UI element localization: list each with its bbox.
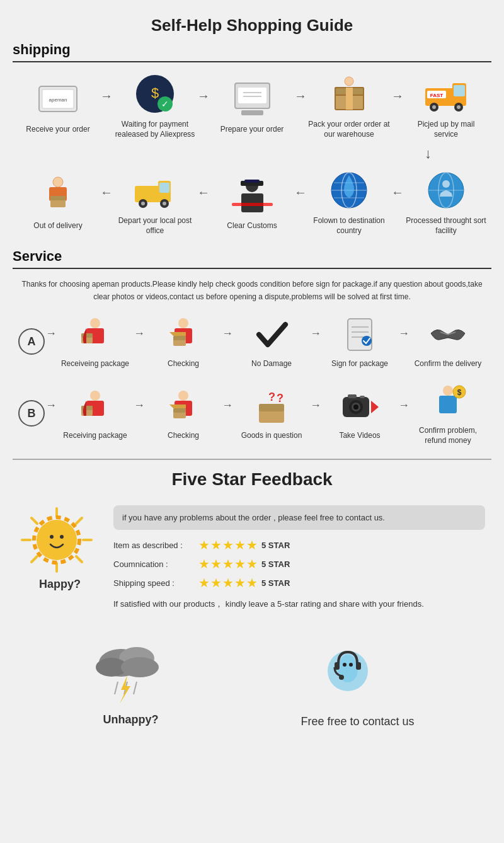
svg-text:✓: ✓ <box>161 99 169 109</box>
svg-point-82 <box>443 386 453 396</box>
svg-line-93 <box>32 556 37 562</box>
svg-point-49 <box>442 180 450 188</box>
flow-item-waiting-payment: $ ✓ Waiting for payment realeased by Ali… <box>114 72 196 139</box>
svg-rect-70 <box>173 408 186 413</box>
svg-point-78 <box>353 404 358 410</box>
service-item-receiving-b: Receiving package <box>57 386 133 441</box>
s-arrow-b1: → <box>134 399 145 412</box>
stars-0: ★★★★★ <box>198 537 258 553</box>
svg-point-35 <box>163 202 166 205</box>
main-title: Self-Help Shopping Guide <box>13 6 491 42</box>
contact-block: Free free to contact us <box>301 639 414 728</box>
letter-b: B <box>18 400 45 427</box>
s-arrow-b3: → <box>310 399 321 412</box>
svg-point-67 <box>178 391 188 401</box>
svg-point-97 <box>60 535 64 539</box>
prepare-order-icon <box>230 77 274 121</box>
svg-line-92 <box>76 518 82 524</box>
svg-point-15 <box>345 77 353 86</box>
svg-point-96 <box>50 535 54 539</box>
take-videos-icon <box>340 386 381 427</box>
stars-2: ★★★★★ <box>198 575 258 590</box>
svg-line-91 <box>76 556 82 562</box>
svg-point-25 <box>53 177 63 187</box>
depart-post-label: Depart your local post office <box>114 216 196 236</box>
svg-line-102 <box>115 682 118 694</box>
svg-marker-105 <box>120 675 130 704</box>
arrow-down: ↓ <box>13 146 491 162</box>
service-section: Service Thanks for choosing apeman produ… <box>13 248 491 445</box>
checking-b-icon <box>163 386 204 427</box>
service-item-checking-a: Checking <box>146 314 221 369</box>
contact-text: Free free to contact us <box>301 715 414 728</box>
arrow-l4: ← <box>391 185 404 200</box>
svg-rect-112 <box>356 662 361 670</box>
svg-text:apeman: apeman <box>49 97 67 103</box>
service-title: Service <box>13 248 491 269</box>
rating-value-2: 5 STAR <box>261 578 290 588</box>
svg-rect-83 <box>439 396 457 413</box>
receiving-a-label: Receiveing package <box>61 359 129 369</box>
receiving-b-icon <box>75 386 116 427</box>
arrow-l2: ← <box>197 185 210 200</box>
receiving-a-icon <box>75 314 116 355</box>
flow-item-prepare-order: Prepare your order <box>211 77 293 135</box>
service-item-take-videos: Take Videos <box>322 386 398 441</box>
star-bubble: if you have any problems about the order… <box>113 505 485 530</box>
no-damage-label: No Damage <box>251 359 292 369</box>
service-item-confirm-problem: $ Confirm problem, refund money <box>410 381 486 445</box>
star-section: Happy? if you have any problems about th… <box>13 496 491 621</box>
pack-order-label: Pack your order order at our warehouse <box>308 120 390 139</box>
processed-label: Processed throught sort facility <box>405 216 487 236</box>
svg-rect-80 <box>360 396 365 398</box>
feedback-section: Five Star Feedback <box>13 459 491 735</box>
receive-order-icon: apeman <box>36 77 80 121</box>
feedback-title: Five Star Feedback <box>13 459 491 496</box>
clear-customs-label: Clear Customs <box>227 221 277 231</box>
service-item-no-damage: No Damage <box>234 314 309 369</box>
s-arrow-a4: → <box>398 327 410 340</box>
rating-row-1: Coumnication : ★★★★★ 5 STAR <box>113 556 485 571</box>
goods-question-label: Goods in question <box>241 431 302 441</box>
svg-point-20 <box>432 105 436 109</box>
svg-point-33 <box>141 202 145 205</box>
s-arrow-b4: → <box>398 399 410 412</box>
service-flow-b: B → Receiving package → <box>13 381 491 445</box>
svg-rect-72 <box>259 404 284 411</box>
s-arrow-b2: → <box>222 399 233 412</box>
processed-icon <box>424 168 468 212</box>
svg-text:FAST: FAST <box>430 93 444 98</box>
depart-post-icon <box>133 168 177 212</box>
svg-marker-81 <box>371 401 379 413</box>
svg-rect-28 <box>50 196 66 200</box>
shipping-row1: apeman Receive your order → $ ✓ Waiting … <box>13 72 491 139</box>
out-delivery-label: Out of delivery <box>33 221 82 231</box>
confirm-problem-icon: $ <box>428 381 469 422</box>
arrow4: → <box>391 89 404 103</box>
svg-rect-14 <box>346 88 353 110</box>
star-bottom-text: If satisfied with our products， kindly l… <box>113 598 485 611</box>
svg-rect-9 <box>241 110 263 115</box>
svg-point-22 <box>457 105 461 109</box>
service-item-sign: Sign for package <box>322 314 398 369</box>
folown-label: Folown to destination country <box>308 216 390 236</box>
svg-rect-66 <box>81 406 93 410</box>
svg-point-101 <box>121 657 159 677</box>
confirm-problem-label: Confirm problem, refund money <box>410 426 486 445</box>
sign-icon <box>340 314 381 355</box>
arrow1: → <box>100 89 113 103</box>
happy-block: Happy? <box>19 505 101 591</box>
arrow-l3: ← <box>294 185 307 200</box>
svg-rect-79 <box>348 394 357 398</box>
svg-point-113 <box>339 675 344 680</box>
sign-label: Sign for package <box>331 359 388 369</box>
checking-a-label: Checking <box>168 359 199 369</box>
svg-point-54 <box>178 318 188 328</box>
s-arrow-b0: → <box>45 399 57 412</box>
service-description: Thanks for choosing apeman products.Plea… <box>13 278 491 302</box>
clear-customs-icon <box>230 173 274 217</box>
svg-point-94 <box>37 520 77 560</box>
svg-line-90 <box>32 518 37 524</box>
mail-service-label: Picjed up by mail service <box>405 120 487 139</box>
unhappy-label: Unhappy? <box>89 713 171 726</box>
